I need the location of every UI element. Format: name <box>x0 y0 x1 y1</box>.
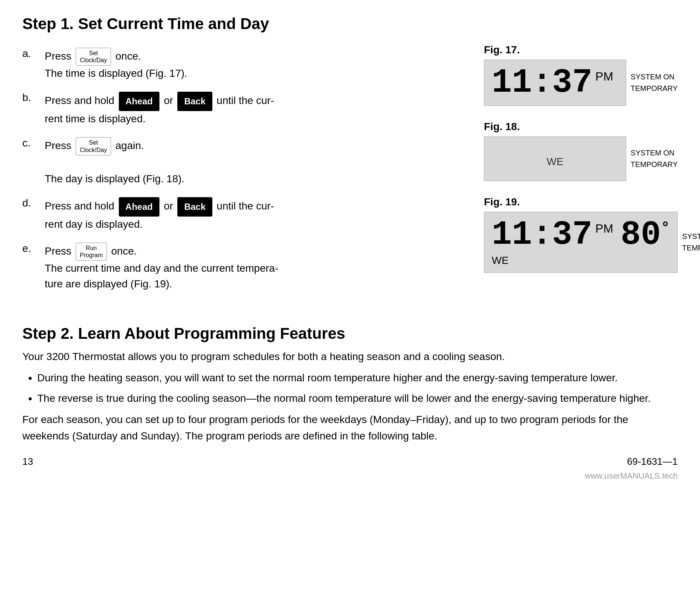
set-clock-day-button-a[interactable]: Set Clock/Day <box>76 48 111 66</box>
fig17-time-value: 11:37 <box>492 66 592 100</box>
fig19-temporary: TEMPORARY <box>682 244 700 252</box>
fig17-system-on: SYSTEM ON <box>631 73 678 81</box>
step-item-c: c. Press Set Clock/Day again. The day is… <box>22 137 462 186</box>
step-letter-e: e. <box>22 243 37 255</box>
step-text-c: Press Set Clock/Day again. The day is di… <box>45 137 184 186</box>
step1-heading: Step 1. Set Current Time and Day <box>22 15 678 33</box>
step2-intro: Your 3200 Thermostat allows you to progr… <box>22 348 678 365</box>
fig17-time: 11:37 PM <box>492 66 618 100</box>
fig19-time-row: 11:37 PM 80 ° <box>492 218 670 252</box>
step-item-d: d. Press and hold Ahead or Back until th… <box>22 197 462 232</box>
fig18-temporary: TEMPORARY <box>631 160 678 169</box>
fig17-ampm: PM <box>595 70 613 82</box>
fig18-side-labels: SYSTEM ON TEMPORARY <box>626 136 678 181</box>
figures-section: Fig. 17. 11:37 PM SYSTEM ON TEMPORARY Fi… <box>484 44 678 302</box>
page-number: 13 <box>22 456 33 467</box>
step-text-d: Press and hold Ahead or Back until the c… <box>45 197 274 232</box>
fig19-degree: ° <box>661 221 670 236</box>
fig18-wrapper: WE SYSTEM ON TEMPORARY <box>484 136 678 181</box>
fig19-day: WE <box>492 255 670 266</box>
bullet-2: The reverse is true during the cooling s… <box>37 390 678 407</box>
figure-17: Fig. 17. 11:37 PM SYSTEM ON TEMPORARY <box>484 44 678 106</box>
figure-18: Fig. 18. WE SYSTEM ON TEMPORARY <box>484 121 678 181</box>
fig18-system-on: SYSTEM ON <box>631 149 678 157</box>
fig17-side-labels: SYSTEM ON TEMPORARY <box>626 60 678 106</box>
step-text-a: Press Set Clock/Day once. The time is di… <box>45 48 187 81</box>
step-item-b: b. Press and hold Ahead or Back until th… <box>22 92 462 127</box>
fig19-temp: 80 <box>621 218 661 252</box>
step1-content: a. Press Set Clock/Day once. The time is… <box>22 44 678 302</box>
step-item-a: a. Press Set Clock/Day once. The time is… <box>22 48 462 81</box>
ahead-button-b[interactable]: Ahead <box>119 92 159 111</box>
fig17-label: Fig. 17. <box>484 44 678 56</box>
fig19-label: Fig. 19. <box>484 196 678 208</box>
fig17-screen: 11:37 PM <box>484 60 626 106</box>
figure-19: Fig. 19. 11:37 PM 80 ° WE SYSTEM ON TEMP… <box>484 196 678 273</box>
bullet-1: During the heating season, you will want… <box>37 370 678 387</box>
step-letter-d: d. <box>22 197 37 209</box>
fig18-day: WE <box>492 156 618 168</box>
step2-heading: Step 2. Learn About Programming Features <box>22 325 678 343</box>
run-program-button[interactable]: Run Program <box>76 243 107 261</box>
back-button-d[interactable]: Back <box>177 197 212 217</box>
fig17-temporary: TEMPORARY <box>631 84 678 93</box>
fig18-label: Fig. 18. <box>484 121 678 133</box>
fig19-time-value: 11:37 <box>492 218 592 252</box>
step-text-b: Press and hold Ahead or Back until the c… <box>45 92 274 127</box>
step-letter-c: c. <box>22 137 37 149</box>
fig19-system-on: SYSTEM ON <box>682 232 700 241</box>
step2-section: Step 2. Learn About Programming Features… <box>22 325 678 445</box>
back-button-b[interactable]: Back <box>177 92 212 111</box>
step2-footer-text: For each season, you can set up to four … <box>22 411 678 445</box>
watermark: www.userMANUALS.tech <box>22 471 678 481</box>
step-text-e: Press Run Program once. The current time… <box>45 243 278 292</box>
fig19-ampm: PM <box>595 223 613 234</box>
document-code: 69-1631—1 <box>627 456 678 467</box>
step2-bullets: During the heating season, you will want… <box>37 370 678 407</box>
ahead-button-d[interactable]: Ahead <box>119 197 159 217</box>
step-letter-a: a. <box>22 48 37 60</box>
fig19-wrapper: 11:37 PM 80 ° WE SYSTEM ON TEMPORARY <box>484 212 678 273</box>
set-clock-day-button-c[interactable]: Set Clock/Day <box>76 137 111 155</box>
fig18-screen: WE <box>484 136 626 181</box>
step-letter-b: b. <box>22 92 37 104</box>
step-item-e: e. Press Run Program once. The current t… <box>22 243 462 292</box>
fig19-screen: 11:37 PM 80 ° WE <box>484 212 678 273</box>
instructions-list: a. Press Set Clock/Day once. The time is… <box>22 44 462 302</box>
page-footer: 13 69-1631—1 <box>22 456 678 467</box>
fig19-side-labels: SYSTEM ON TEMPORARY <box>678 212 700 273</box>
fig17-wrapper: 11:37 PM SYSTEM ON TEMPORARY <box>484 60 678 106</box>
